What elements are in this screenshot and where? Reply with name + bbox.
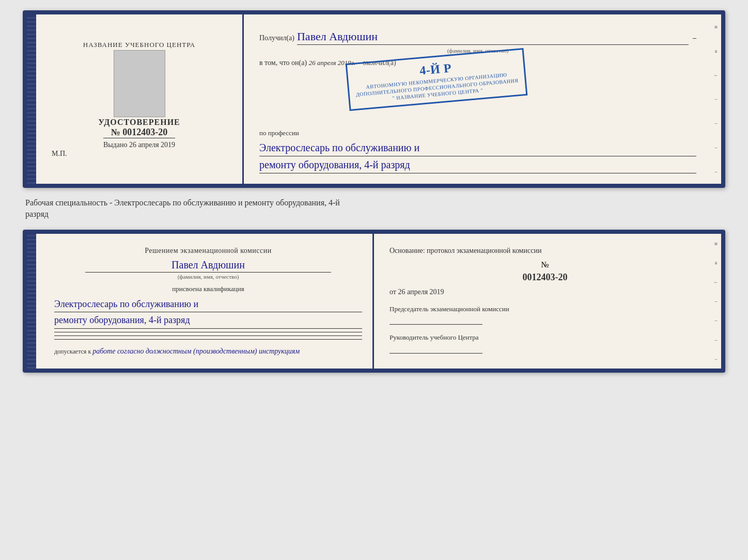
profession-line2: ремонту оборудования, 4-й разряд bbox=[259, 156, 696, 173]
top-doc-left-inner: НАЗВАНИЕ УЧЕБНОГО ЦЕНТРА УДОСТОВЕРЕНИЕ №… bbox=[46, 30, 232, 168]
ot-row: от 26 апреля 2019 bbox=[389, 288, 700, 296]
qualification-line1: Электрослесарь по обслуживанию и bbox=[54, 296, 362, 313]
udostoverenie-number-value: 0012403-20 bbox=[122, 127, 167, 137]
top-doc-right: Получил(a) Павел Авдюшин – (фамилия, имя… bbox=[244, 14, 721, 184]
profession-line1: Электрослесарь по обслуживанию и bbox=[259, 139, 696, 156]
right-spine-dashes: и а ← – – – – bbox=[711, 14, 721, 184]
protocol-number: 0012403-20 bbox=[389, 272, 700, 283]
protocol-number-row: № 0012403-20 bbox=[389, 260, 700, 283]
sig-line-1 bbox=[54, 332, 362, 332]
vydano-label: Выдано bbox=[103, 141, 128, 149]
predsedatel-label: Председатель экзаменационной комиссии bbox=[389, 304, 700, 314]
dopuskaetsya-prefix: допускается к bbox=[54, 348, 91, 355]
bottom-spine-left bbox=[27, 234, 36, 369]
rukovoditel-block: Руководитель учебного Центра bbox=[389, 332, 700, 354]
top-document: НАЗВАНИЕ УЧЕБНОГО ЦЕНТРА УДОСТОВЕРЕНИЕ №… bbox=[23, 10, 725, 188]
training-center-title: НАЗВАНИЕ УЧЕБНОГО ЦЕНТРА bbox=[83, 40, 195, 50]
predsedatel-block: Председатель экзаменационной комиссии bbox=[389, 304, 700, 325]
middle-text-line1: Рабочая специальность - Электрослесарь п… bbox=[25, 197, 723, 209]
number-prefix: № bbox=[111, 127, 120, 137]
dopuskaetsya-row: допускается к работе согласно должностны… bbox=[54, 347, 362, 356]
udostoverenie-label: УДОСТОВЕРЕНИЕ bbox=[98, 118, 180, 127]
sig-line-3 bbox=[54, 339, 362, 340]
spine-left-decoration bbox=[27, 14, 36, 184]
middle-text-block: Рабочая специальность - Электрослесарь п… bbox=[23, 197, 725, 220]
po-professii-block: по профессии Электрослесарь по обслужива… bbox=[259, 129, 696, 173]
bottom-document: Решением экзаменационной комиссии Павел … bbox=[23, 230, 725, 373]
fio-label-bottom: (фамилия, имя, отчество) bbox=[54, 274, 362, 280]
bottom-left-inner: Решением экзаменационной комиссии Павел … bbox=[54, 247, 362, 356]
poluchil-row: Получил(a) Павел Авдюшин – bbox=[259, 30, 696, 45]
qualification-line2: ремонту оборудования, 4-й разряд bbox=[54, 312, 362, 329]
stamp-overlay: 4-й р АВТОНОМНУЮ НЕКОММЕРЧЕСКУЮ ОРГАНИЗА… bbox=[346, 48, 527, 111]
vtom-label: в том, что он(а) bbox=[259, 59, 307, 67]
bottom-doc-left: Решением экзаменационной комиссии Павел … bbox=[27, 234, 374, 369]
bottom-right-spine-dashes: и а ← – – – – bbox=[711, 234, 721, 369]
resheniem-title: Решением экзаменационной комиссии bbox=[54, 247, 362, 255]
bottom-doc-right: Основание: протокол экзаменационной коми… bbox=[374, 234, 721, 369]
bottom-recipient-name: Павел Авдюшин bbox=[85, 259, 332, 273]
prisvoena-label: присвоена квалификация bbox=[54, 285, 362, 293]
ot-prefix: от bbox=[389, 288, 396, 296]
osnovanie-title: Основание: протокол экзаменационной коми… bbox=[389, 247, 700, 255]
poluchil-label: Получил(a) bbox=[259, 34, 294, 42]
mp-label: М.П. bbox=[52, 150, 67, 158]
top-doc-right-inner: Получил(a) Павел Авдюшин – (фамилия, имя… bbox=[259, 30, 696, 173]
rukovoditel-label: Руководитель учебного Центра bbox=[389, 332, 700, 343]
predsedatel-sig-line bbox=[389, 324, 482, 325]
udostoverenie-number: № 0012403-20 bbox=[98, 127, 180, 138]
rukovoditel-sig-line bbox=[389, 353, 482, 354]
recipient-name: Павел Авдюшин bbox=[297, 30, 689, 45]
sig-line-2 bbox=[54, 335, 362, 336]
udostoverenie-block: УДОСТОВЕРЕНИЕ № 0012403-20 bbox=[98, 118, 180, 138]
po-professii-label: по профессии bbox=[259, 129, 696, 137]
middle-text-line2: разряд bbox=[25, 209, 723, 220]
protocol-prefix: № bbox=[541, 260, 549, 269]
vydano-line: Выдано 26 апреля 2019 bbox=[103, 138, 175, 149]
bottom-right-inner: Основание: протокол экзаменационной коми… bbox=[389, 247, 700, 354]
dash-1: – bbox=[693, 34, 696, 42]
dopuskaetsya-text: работе согласно должностным (производств… bbox=[92, 347, 300, 355]
top-doc-left: НАЗВАНИЕ УЧЕБНОГО ЦЕНТРА УДОСТОВЕРЕНИЕ №… bbox=[27, 14, 244, 184]
vydano-date: 26 апреля 2019 bbox=[129, 141, 175, 149]
photo-placeholder bbox=[114, 50, 165, 117]
ot-date: 26 апреля 2019 bbox=[398, 288, 444, 296]
